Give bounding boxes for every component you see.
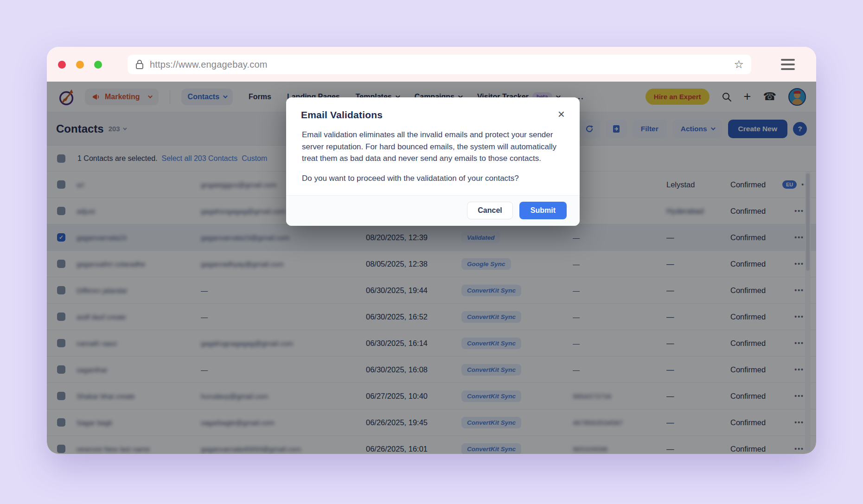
close-icon[interactable]: × [558,109,565,119]
window-controls [58,61,102,69]
maximize-window-icon[interactable] [94,61,102,69]
modal-question: Do you want to proceed with the validata… [302,174,564,183]
lock-icon [135,59,144,70]
address-bar[interactable]: https://www.engagebay.com ☆ [128,55,751,74]
close-window-icon[interactable] [58,61,66,69]
url-text[interactable]: https://www.engagebay.com [150,59,728,70]
browser-window: https://www.engagebay.com ☆ Mark [47,47,816,454]
modal-description: Email validation eliminates all the inva… [302,129,564,165]
modal-title: Email Validations [301,109,383,121]
bookmark-star-icon[interactable]: ☆ [734,59,744,70]
modal-footer: Cancel Submit [286,195,580,226]
app-viewport: Marketing Contacts Forms Landing Pages T… [47,82,816,454]
browser-chrome: https://www.engagebay.com ☆ [47,47,816,82]
minimize-window-icon[interactable] [76,61,84,69]
cancel-button[interactable]: Cancel [467,202,512,219]
submit-button[interactable]: Submit [519,202,567,219]
email-validations-modal: Email Validations × Email validation eli… [286,97,580,226]
browser-menu-icon[interactable] [781,59,795,70]
